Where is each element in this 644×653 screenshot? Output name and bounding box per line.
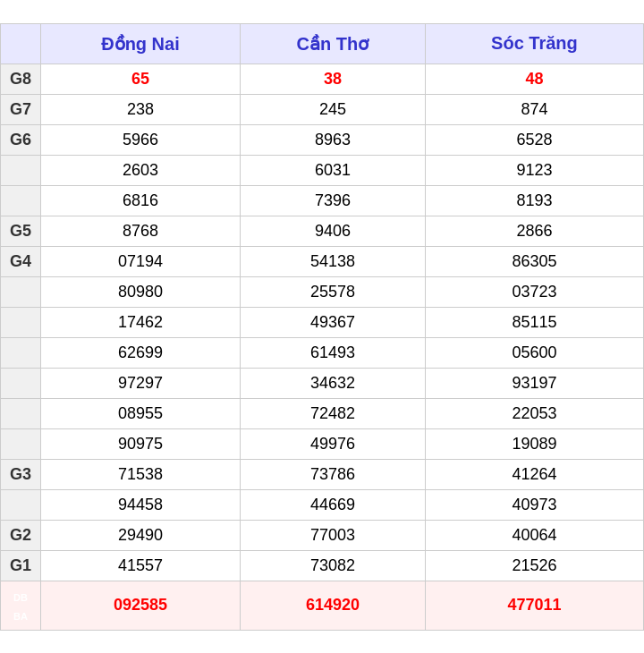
cell-g4-4-1: 34632 [240,368,425,398]
cell-g3-1-1: 44669 [240,489,425,520]
row-label-g7: G7 [1,94,41,124]
cell-g4-5-0: 08955 [41,398,241,428]
header-dong-nai: Đồng Nai [41,23,241,64]
cell-special-1: 614920 [240,581,425,630]
row-label-special: DBBA [1,581,41,630]
cell-g4-6-0: 90975 [41,428,241,459]
cell-g4-5-2: 22053 [425,398,643,428]
cell-g4-1-0: 80980 [41,276,241,307]
cell-special-0: 092585 [41,581,241,630]
row-label-g6-0: G6 [1,124,41,155]
cell-g6-1-0: 2603 [41,155,241,185]
row-label-g4-1 [1,276,41,307]
cell-g6-1-1: 6031 [240,155,425,185]
row-label-g5: G5 [1,216,41,246]
row-label-g8: G8 [1,64,41,94]
cell-g4-0-1: 54138 [240,246,425,276]
cell-g1-2: 21526 [425,550,643,581]
cell-g6-0-2: 6528 [425,124,643,155]
cell-g6-2-0: 6816 [41,185,241,216]
row-label-g4-0: G4 [1,246,41,276]
lottery-table: Đồng Nai Cần Thơ Sóc Trăng G8653848G7238… [0,23,644,631]
cell-g8-0: 65 [41,64,241,94]
cell-g5-2: 2866 [425,216,643,246]
cell-g4-6-1: 49976 [240,428,425,459]
cell-g4-4-2: 93197 [425,368,643,398]
cell-g6-2-2: 8193 [425,185,643,216]
cell-g3-0-0: 71538 [41,459,241,489]
cell-g6-0-0: 5966 [41,124,241,155]
cell-g4-4-0: 97297 [41,368,241,398]
row-label-g6-2 [1,185,41,216]
cell-g3-1-0: 94458 [41,489,241,520]
row-label-g4-4 [1,368,41,398]
cell-g3-1-2: 40973 [425,489,643,520]
cell-g6-1-2: 9123 [425,155,643,185]
cell-g4-0-0: 07194 [41,246,241,276]
row-label-g2: G2 [1,520,41,550]
row-label-g4-5 [1,398,41,428]
row-label-g4-3 [1,337,41,368]
cell-special-2: 477011 [425,581,643,630]
row-label-g4-6 [1,428,41,459]
cell-g2-2: 40064 [425,520,643,550]
cell-g5-1: 9406 [240,216,425,246]
cell-g7-2: 874 [425,94,643,124]
cell-g6-2-1: 7396 [240,185,425,216]
cell-g4-1-1: 25578 [240,276,425,307]
cell-g4-2-2: 85115 [425,307,643,337]
cell-g4-6-2: 19089 [425,428,643,459]
cell-g8-1: 38 [240,64,425,94]
cell-g2-1: 77003 [240,520,425,550]
cell-g4-2-1: 49367 [240,307,425,337]
cell-g4-2-0: 17462 [41,307,241,337]
row-label-g3-1 [1,489,41,520]
row-label-g3-0: G3 [1,459,41,489]
row-label-g6-1 [1,155,41,185]
header-empty [1,23,41,64]
cell-g4-1-2: 03723 [425,276,643,307]
cell-g2-0: 29490 [41,520,241,550]
cell-g3-0-1: 73786 [240,459,425,489]
cell-g1-0: 41557 [41,550,241,581]
cell-g7-1: 245 [240,94,425,124]
cell-g4-3-0: 62699 [41,337,241,368]
cell-g3-0-2: 41264 [425,459,643,489]
cell-g5-0: 8768 [41,216,241,246]
header-soc-trang: Sóc Trăng [425,23,643,64]
cell-g8-2: 48 [425,64,643,94]
cell-g1-1: 73082 [240,550,425,581]
cell-g4-5-1: 72482 [240,398,425,428]
header-can-tho: Cần Thơ [240,23,425,64]
cell-g6-0-1: 8963 [240,124,425,155]
cell-g4-3-2: 05600 [425,337,643,368]
cell-g7-0: 238 [41,94,241,124]
row-label-g4-2 [1,307,41,337]
cell-g4-0-2: 86305 [425,246,643,276]
cell-g4-3-1: 61493 [240,337,425,368]
row-label-g1: G1 [1,550,41,581]
